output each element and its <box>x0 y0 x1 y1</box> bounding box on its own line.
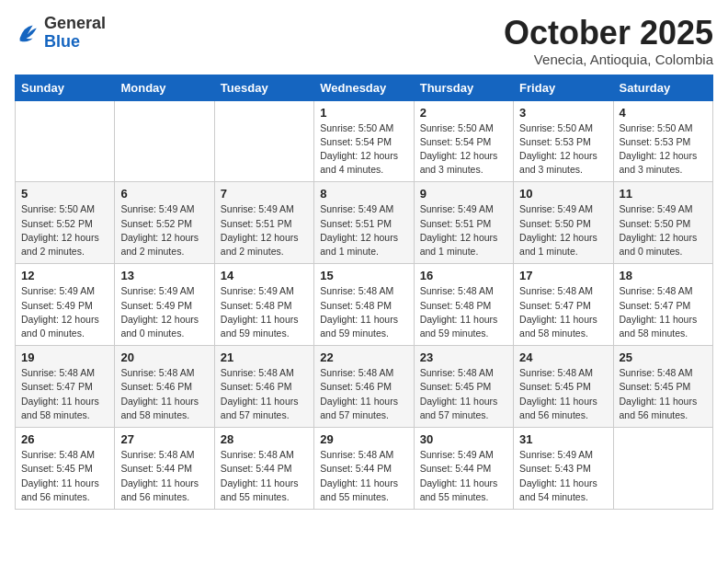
cell-info: Sunrise: 5:48 AM Sunset: 5:46 PM Dayligh… <box>320 366 407 422</box>
day-number: 21 <box>221 350 308 364</box>
calendar-cell: 23Sunrise: 5:48 AM Sunset: 5:45 PM Dayli… <box>414 346 513 428</box>
cell-info: Sunrise: 5:50 AM Sunset: 5:54 PM Dayligh… <box>320 121 407 178</box>
day-number: 17 <box>519 269 607 282</box>
calendar-cell: 18Sunrise: 5:48 AM Sunset: 5:47 PM Dayli… <box>613 264 712 346</box>
day-number: 13 <box>120 269 208 282</box>
calendar-cell: 3Sunrise: 5:50 AM Sunset: 5:53 PM Daylig… <box>514 100 613 182</box>
calendar-cell: 27Sunrise: 5:48 AM Sunset: 5:44 PM Dayli… <box>115 428 214 510</box>
day-number: 28 <box>221 432 308 446</box>
calendar-cell: 26Sunrise: 5:48 AM Sunset: 5:45 PM Dayli… <box>16 428 115 510</box>
cell-info: Sunrise: 5:48 AM Sunset: 5:45 PM Dayligh… <box>620 366 707 422</box>
calendar-cell: 1Sunrise: 5:50 AM Sunset: 5:54 PM Daylig… <box>314 100 414 182</box>
calendar-cell: 15Sunrise: 5:48 AM Sunset: 5:48 PM Dayli… <box>314 264 414 346</box>
calendar-week-row: 19Sunrise: 5:48 AM Sunset: 5:47 PM Dayli… <box>16 346 713 428</box>
cell-info: Sunrise: 5:50 AM Sunset: 5:53 PM Dayligh… <box>519 121 607 178</box>
day-number: 27 <box>120 432 208 446</box>
calendar-cell: 4Sunrise: 5:50 AM Sunset: 5:53 PM Daylig… <box>613 100 712 182</box>
day-number: 10 <box>519 187 607 201</box>
calendar-cell: 16Sunrise: 5:48 AM Sunset: 5:48 PM Dayli… <box>414 264 513 346</box>
page-header: General Blue October 2025 Venecia, Antio… <box>15 15 713 67</box>
cell-info: Sunrise: 5:49 AM Sunset: 5:50 PM Dayligh… <box>519 202 607 259</box>
cell-info: Sunrise: 5:49 AM Sunset: 5:51 PM Dayligh… <box>320 202 407 259</box>
day-number: 19 <box>21 350 108 364</box>
day-number: 6 <box>120 187 208 201</box>
calendar-cell: 30Sunrise: 5:49 AM Sunset: 5:44 PM Dayli… <box>414 428 513 510</box>
calendar-cell: 12Sunrise: 5:49 AM Sunset: 5:49 PM Dayli… <box>16 264 115 346</box>
day-number: 15 <box>320 269 407 282</box>
calendar-week-row: 26Sunrise: 5:48 AM Sunset: 5:45 PM Dayli… <box>16 428 713 510</box>
cell-info: Sunrise: 5:48 AM Sunset: 5:44 PM Dayligh… <box>120 448 208 504</box>
day-of-week-header: Saturday <box>613 75 712 100</box>
day-number: 23 <box>420 350 507 364</box>
cell-info: Sunrise: 5:48 AM Sunset: 5:45 PM Dayligh… <box>21 448 108 504</box>
calendar-cell: 13Sunrise: 5:49 AM Sunset: 5:49 PM Dayli… <box>115 264 214 346</box>
calendar-cell: 5Sunrise: 5:50 AM Sunset: 5:52 PM Daylig… <box>16 182 115 264</box>
calendar-cell: 24Sunrise: 5:48 AM Sunset: 5:45 PM Dayli… <box>514 346 613 428</box>
day-number: 5 <box>21 187 108 201</box>
day-of-week-header: Wednesday <box>314 75 414 100</box>
cell-info: Sunrise: 5:48 AM Sunset: 5:48 PM Dayligh… <box>420 284 507 340</box>
day-number: 1 <box>320 106 407 120</box>
cell-info: Sunrise: 5:49 AM Sunset: 5:48 PM Dayligh… <box>221 284 308 340</box>
month-title: October 2025 <box>504 15 713 52</box>
day-number: 7 <box>221 187 308 201</box>
day-of-week-header: Friday <box>514 75 613 100</box>
day-number: 16 <box>420 269 507 282</box>
cell-info: Sunrise: 5:49 AM Sunset: 5:44 PM Dayligh… <box>420 448 507 504</box>
cell-info: Sunrise: 5:48 AM Sunset: 5:45 PM Dayligh… <box>519 366 607 422</box>
calendar-cell: 29Sunrise: 5:48 AM Sunset: 5:44 PM Dayli… <box>314 428 414 510</box>
calendar-cell: 22Sunrise: 5:48 AM Sunset: 5:46 PM Dayli… <box>314 346 414 428</box>
day-of-week-header: Monday <box>115 75 214 100</box>
calendar-cell: 10Sunrise: 5:49 AM Sunset: 5:50 PM Dayli… <box>514 182 613 264</box>
day-number: 20 <box>120 350 208 364</box>
logo-text: General Blue <box>44 15 106 52</box>
cell-info: Sunrise: 5:49 AM Sunset: 5:49 PM Dayligh… <box>21 284 108 340</box>
cell-info: Sunrise: 5:48 AM Sunset: 5:46 PM Dayligh… <box>221 366 308 422</box>
day-number: 22 <box>320 350 407 364</box>
day-number: 8 <box>320 187 407 201</box>
cell-info: Sunrise: 5:48 AM Sunset: 5:44 PM Dayligh… <box>320 448 407 504</box>
cell-info: Sunrise: 5:48 AM Sunset: 5:47 PM Dayligh… <box>21 366 108 422</box>
calendar-cell: 31Sunrise: 5:49 AM Sunset: 5:43 PM Dayli… <box>514 428 613 510</box>
logo: General Blue <box>15 15 106 52</box>
calendar-cell: 8Sunrise: 5:49 AM Sunset: 5:51 PM Daylig… <box>314 182 414 264</box>
calendar-week-row: 1Sunrise: 5:50 AM Sunset: 5:54 PM Daylig… <box>16 100 713 182</box>
day-number: 11 <box>620 187 707 201</box>
day-number: 29 <box>320 432 407 446</box>
title-block: October 2025 Venecia, Antioquia, Colombi… <box>504 15 713 67</box>
cell-info: Sunrise: 5:50 AM Sunset: 5:54 PM Dayligh… <box>420 121 507 178</box>
day-number: 9 <box>420 187 507 201</box>
calendar-cell <box>115 100 214 182</box>
cell-info: Sunrise: 5:49 AM Sunset: 5:50 PM Dayligh… <box>620 202 707 259</box>
day-number: 12 <box>21 269 108 282</box>
day-number: 25 <box>620 350 707 364</box>
day-number: 18 <box>620 269 707 282</box>
cell-info: Sunrise: 5:49 AM Sunset: 5:51 PM Dayligh… <box>420 202 507 259</box>
cell-info: Sunrise: 5:50 AM Sunset: 5:53 PM Dayligh… <box>620 121 707 178</box>
day-of-week-header: Sunday <box>16 75 115 100</box>
day-number: 3 <box>519 106 607 120</box>
cell-info: Sunrise: 5:48 AM Sunset: 5:45 PM Dayligh… <box>420 366 507 422</box>
calendar-cell: 19Sunrise: 5:48 AM Sunset: 5:47 PM Dayli… <box>16 346 115 428</box>
location: Venecia, Antioquia, Colombia <box>504 52 713 67</box>
cell-info: Sunrise: 5:48 AM Sunset: 5:44 PM Dayligh… <box>221 448 308 504</box>
calendar-cell: 28Sunrise: 5:48 AM Sunset: 5:44 PM Dayli… <box>214 428 313 510</box>
calendar-cell: 11Sunrise: 5:49 AM Sunset: 5:50 PM Dayli… <box>613 182 712 264</box>
day-number: 30 <box>420 432 507 446</box>
cell-info: Sunrise: 5:48 AM Sunset: 5:47 PM Dayligh… <box>519 284 607 340</box>
calendar-cell: 9Sunrise: 5:49 AM Sunset: 5:51 PM Daylig… <box>414 182 513 264</box>
cell-info: Sunrise: 5:48 AM Sunset: 5:47 PM Dayligh… <box>620 284 707 340</box>
calendar-cell <box>613 428 712 510</box>
cell-info: Sunrise: 5:49 AM Sunset: 5:49 PM Dayligh… <box>120 284 208 340</box>
calendar-cell: 17Sunrise: 5:48 AM Sunset: 5:47 PM Dayli… <box>514 264 613 346</box>
cell-info: Sunrise: 5:49 AM Sunset: 5:52 PM Dayligh… <box>120 202 208 259</box>
calendar-week-row: 5Sunrise: 5:50 AM Sunset: 5:52 PM Daylig… <box>16 182 713 264</box>
cell-info: Sunrise: 5:49 AM Sunset: 5:43 PM Dayligh… <box>519 448 607 504</box>
calendar-cell: 14Sunrise: 5:49 AM Sunset: 5:48 PM Dayli… <box>214 264 313 346</box>
calendar-table: SundayMondayTuesdayWednesdayThursdayFrid… <box>15 75 713 510</box>
day-of-week-header: Tuesday <box>214 75 313 100</box>
cell-info: Sunrise: 5:48 AM Sunset: 5:46 PM Dayligh… <box>120 366 208 422</box>
calendar-cell: 7Sunrise: 5:49 AM Sunset: 5:51 PM Daylig… <box>214 182 313 264</box>
calendar-cell <box>16 100 115 182</box>
cell-info: Sunrise: 5:48 AM Sunset: 5:48 PM Dayligh… <box>320 284 407 340</box>
